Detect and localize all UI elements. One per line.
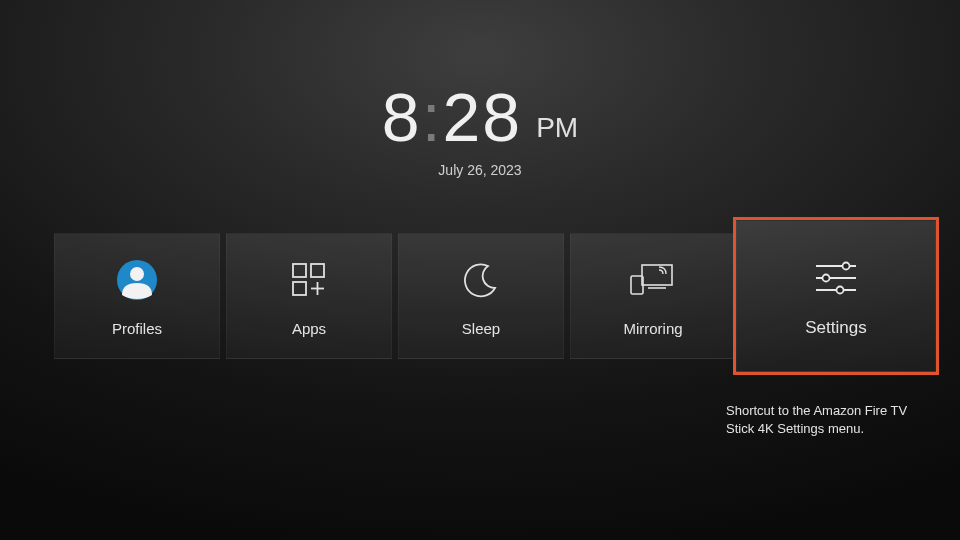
tile-sleep[interactable]: Sleep [398,233,564,359]
tile-settings[interactable]: Settings [736,220,936,372]
svg-point-15 [837,287,844,294]
tile-apps[interactable]: Apps [226,233,392,359]
tile-label: Mirroring [623,320,682,337]
clock-hour-minute: 8:28 [382,78,522,156]
tile-label: Settings [805,318,866,338]
tile-profiles[interactable]: Profiles [54,233,220,359]
profile-icon [113,256,161,304]
clock-suffix: PM [536,112,578,144]
mirroring-icon [629,256,677,304]
svg-rect-7 [642,265,672,285]
clock-time: 8:28 PM [382,78,578,156]
tile-label: Apps [292,320,326,337]
tile-label: Sleep [462,320,500,337]
apps-icon [285,256,333,304]
svg-point-1 [130,267,144,281]
clock: 8:28 PM July 26, 2023 [0,78,960,178]
quick-menu-tiles: Profiles Apps Sleep [54,233,936,372]
sliders-icon [812,254,860,302]
moon-icon [457,256,505,304]
tile-mirroring[interactable]: Mirroring [570,233,736,359]
tile-label: Profiles [112,320,162,337]
clock-minute: 28 [443,79,523,155]
svg-point-14 [823,275,830,282]
svg-rect-2 [293,264,306,277]
selection-caption: Shortcut to the Amazon Fire TV Stick 4K … [726,402,936,437]
clock-date: July 26, 2023 [0,162,960,178]
svg-rect-4 [293,282,306,295]
clock-hour: 8 [382,79,422,155]
svg-rect-3 [311,264,324,277]
svg-point-13 [843,263,850,270]
clock-colon: : [422,79,443,155]
